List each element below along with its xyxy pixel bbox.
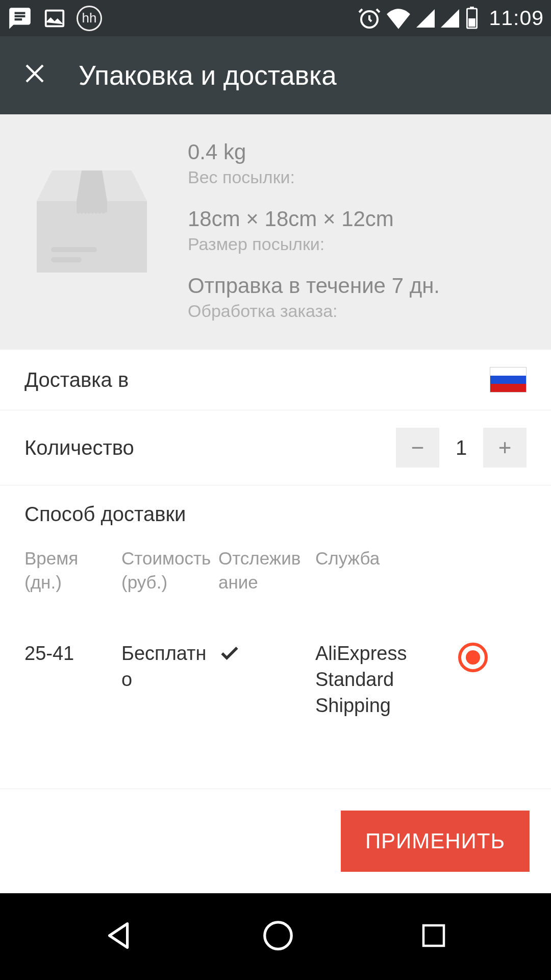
page-title: Упаковка и доставка [79,60,337,91]
svg-rect-9 [51,247,97,252]
svg-rect-12 [423,925,444,946]
package-dimensions-value: 18cm × 18cm × 12cm [188,207,531,231]
shipping-cost: Бесплатно [121,641,218,693]
apply-button[interactable]: ПРИМЕНИТЬ [341,811,530,872]
quantity-stepper: − 1 + [396,428,527,468]
quantity-label: Количество [24,436,134,459]
shipping-method-section: Способ доставки Время (дн.) Стоимость (р… [0,485,551,754]
svg-rect-8 [77,201,107,212]
package-info: 0.4 kg Вес посылки: 18cm × 18cm × 12cm Р… [0,114,551,350]
clock-time: 11:09 [489,6,544,30]
destination-label: Доставка в [24,369,129,391]
package-dimensions-label: Размер посылки: [188,234,531,254]
message-icon [7,6,33,31]
svg-marker-7 [77,170,107,201]
col-cost: Стоимость (руб.) [121,546,218,595]
battery-icon [464,7,480,30]
shipping-table: Время (дн.) Стоимость (руб.) Отслеживани… [24,546,527,749]
signal-icon [415,8,436,29]
app-header: Упаковка и доставка [0,36,551,114]
status-right: 11:09 [357,6,544,31]
close-icon[interactable] [22,61,47,90]
shipping-method-title: Способ доставки [24,503,527,526]
col-time: Время (дн.) [24,546,121,595]
package-weight-value: 0.4 kg [188,140,531,164]
package-shiptime-value: Отправка в течение 7 дн. [188,274,531,298]
shipping-option-row[interactable]: 25-41 Бесплатно AliExpress Standard Ship… [24,625,527,750]
package-weight-label: Вес посылки: [188,167,531,187]
quantity-row: Количество − 1 + [0,410,551,485]
quantity-decrease-button[interactable]: − [396,428,439,468]
wifi-icon [386,7,411,30]
shipping-time: 25-41 [24,641,121,667]
svg-point-11 [265,922,292,949]
image-icon [43,7,66,30]
svg-rect-4 [469,18,475,27]
alarm-icon [357,6,382,31]
nav-back-icon[interactable] [102,918,138,955]
footer: ПРИМЕНИТЬ [0,789,551,893]
quantity-increase-button[interactable]: + [483,428,527,468]
package-shiptime-label: Обработка заказа: [188,301,531,321]
destination-row[interactable]: Доставка в [0,350,551,410]
col-service: Служба [315,546,448,570]
nav-recent-icon[interactable] [418,920,449,953]
svg-rect-3 [470,7,474,9]
col-tracking: Отслеживание [218,546,315,595]
svg-rect-10 [51,257,82,262]
status-left: hh [7,6,102,31]
quantity-value: 1 [439,428,483,468]
status-bar: hh 11:09 [0,0,551,36]
nav-home-icon[interactable] [260,918,296,955]
hh-icon: hh [77,6,102,31]
shipping-table-header: Время (дн.) Стоимость (руб.) Отслеживани… [24,546,527,625]
package-box-icon [20,140,163,273]
radio-selected-icon[interactable] [458,643,488,672]
shipping-service: AliExpress Standard Shipping [315,641,448,719]
signal-icon-2 [440,8,460,29]
package-details: 0.4 kg Вес посылки: 18cm × 18cm × 12cm Р… [188,140,531,321]
check-icon [218,641,315,672]
flag-russia-icon [490,367,527,393]
android-nav-bar [0,893,551,980]
